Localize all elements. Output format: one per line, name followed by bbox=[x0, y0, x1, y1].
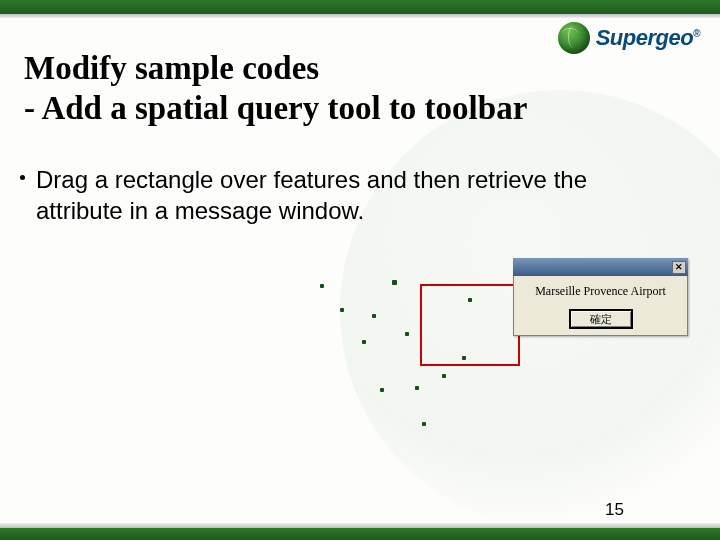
dialog-titlebar: ✕ bbox=[513, 258, 688, 276]
close-button[interactable]: ✕ bbox=[672, 261, 686, 274]
bullet-point: Drag a rectangle over features and then … bbox=[36, 165, 670, 226]
feature-point bbox=[422, 422, 426, 426]
top-accent-bar bbox=[0, 0, 720, 14]
feature-point bbox=[392, 280, 397, 285]
message-dialog: ✕ Marseille Provence Airport 確定 bbox=[513, 258, 688, 336]
feature-point bbox=[372, 314, 376, 318]
feature-point bbox=[320, 284, 324, 288]
ok-button[interactable]: 確定 bbox=[569, 309, 633, 329]
feature-point bbox=[405, 332, 409, 336]
ok-button-label: 確定 bbox=[590, 312, 612, 327]
feature-point bbox=[442, 374, 446, 378]
feature-point bbox=[340, 308, 344, 312]
dialog-body: Marseille Provence Airport 確定 bbox=[513, 276, 688, 336]
slide-title: Modify sample codes - Add a spatial quer… bbox=[24, 48, 690, 129]
bullet-text: Drag a rectangle over features and then … bbox=[36, 166, 587, 224]
close-icon: ✕ bbox=[675, 263, 683, 272]
feature-point bbox=[415, 386, 419, 390]
feature-point bbox=[380, 388, 384, 392]
bottom-accent-bar bbox=[0, 528, 720, 540]
bullet-dot-icon bbox=[20, 175, 25, 180]
feature-point bbox=[362, 340, 366, 344]
dialog-message: Marseille Provence Airport bbox=[520, 284, 681, 299]
page-number: 15 bbox=[605, 500, 624, 520]
selection-rectangle bbox=[420, 284, 520, 366]
